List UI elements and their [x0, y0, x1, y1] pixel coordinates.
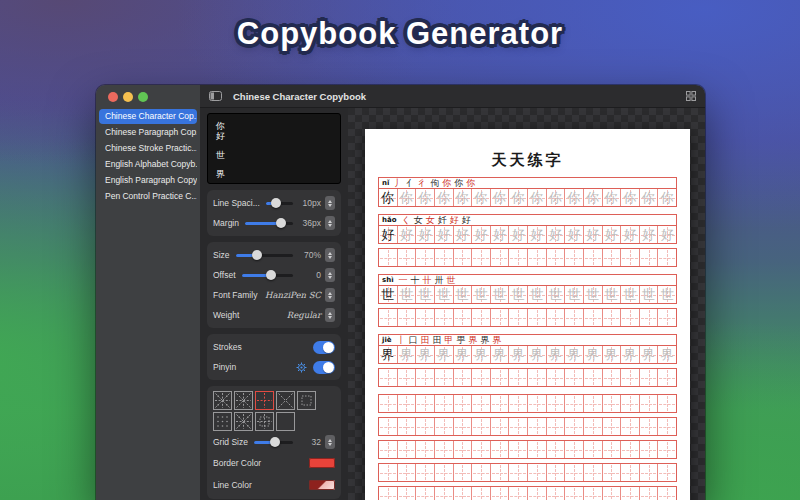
- copybook-preview-area[interactable]: 天天练字 nǐ丿亻彳佝你你你你你你你你你你你你你你你你你你你hǎoく女女奷好好好…: [348, 108, 705, 500]
- grid-type-mi-grid-dotted-icon[interactable]: [234, 412, 253, 431]
- trace-character: 世: [568, 288, 581, 301]
- grid-cell: [398, 309, 417, 326]
- grid-cell: 世: [379, 286, 398, 303]
- grid-cell: [640, 395, 659, 412]
- grid-cell: [379, 464, 398, 481]
- line-spacing-row: Line Spaci... 10px: [213, 193, 335, 213]
- input-text[interactable]: 你 好 世 界: [216, 122, 332, 179]
- grid-cell: [603, 464, 622, 481]
- minimize-button[interactable]: [123, 92, 133, 102]
- grid-type-inner-dotted-grid-icon[interactable]: [297, 391, 316, 410]
- grid-cell: [621, 249, 640, 266]
- grid-type-mi-grid-with-dots-icon[interactable]: [213, 391, 232, 410]
- text-input-box[interactable]: 你 好 世 界: [207, 113, 341, 184]
- pinyin-toggle[interactable]: [313, 361, 335, 374]
- grid-cell: 世: [658, 286, 676, 303]
- margin-stepper[interactable]: [325, 216, 335, 230]
- grid-cell: 你: [416, 189, 435, 206]
- stroke-step: 世: [447, 276, 456, 285]
- sidebar-item-5[interactable]: Pen Control Practice C...: [99, 189, 197, 204]
- font-family-value: HanziPen SC: [265, 290, 321, 300]
- trace-character: 你: [605, 191, 618, 204]
- trace-character: 好: [586, 228, 599, 241]
- sidebar-item-1[interactable]: Chinese Paragraph Cop...: [99, 125, 197, 140]
- sidebar-toggle-icon[interactable]: [209, 91, 222, 101]
- grid-cell: [472, 395, 491, 412]
- pinyin-settings-icon[interactable]: [296, 362, 307, 373]
- sidebar-item-3[interactable]: English Alphabet Copyb...: [99, 157, 197, 172]
- grid-type-blank-grid-icon[interactable]: [276, 412, 295, 431]
- grid-cell: [491, 441, 510, 458]
- grid-cell: [565, 487, 584, 500]
- grid-type-nine-dot-grid-icon[interactable]: [213, 412, 232, 431]
- grid-cell: [621, 464, 640, 481]
- strokes-toggle[interactable]: [313, 341, 335, 354]
- offset-slider[interactable]: [242, 269, 293, 281]
- sidebar-item-2[interactable]: Chinese Stroke Practic...: [99, 141, 197, 156]
- trace-character: 界: [586, 348, 599, 361]
- size-slider[interactable]: [236, 249, 293, 261]
- line-spacing-stepper[interactable]: [325, 196, 335, 210]
- offset-stepper[interactable]: [325, 268, 335, 282]
- grid-cell: 好: [509, 226, 528, 243]
- trace-character: 好: [568, 228, 581, 241]
- grid-cell: [603, 249, 622, 266]
- line-color-swatch[interactable]: [309, 480, 335, 490]
- grid-cell: [658, 249, 676, 266]
- grid-cell: 好: [491, 226, 510, 243]
- grid-cell: 你: [565, 189, 584, 206]
- grid-apps-icon[interactable]: [686, 91, 696, 101]
- grid-type-tian-grid-dotted-icon[interactable]: [255, 412, 274, 431]
- grid-cell: 你: [603, 189, 622, 206]
- trace-character: 世: [456, 288, 469, 301]
- grid-cell: [379, 309, 398, 326]
- border-color-swatch[interactable]: [309, 458, 335, 468]
- pinyin-row: Pinyin: [213, 357, 335, 377]
- grid-cell: [435, 395, 454, 412]
- grid-type-x-grid-icon[interactable]: [276, 391, 295, 410]
- grid-cell: [416, 395, 435, 412]
- size-stepper[interactable]: [325, 248, 335, 262]
- grid-cell: 世: [491, 286, 510, 303]
- line-spacing-slider[interactable]: [266, 197, 293, 209]
- grid-size-stepper[interactable]: [325, 435, 335, 449]
- grid-size-slider[interactable]: [254, 436, 293, 448]
- grid-cell: [398, 464, 417, 481]
- grid-cell: 界: [491, 346, 510, 363]
- trace-character: 世: [623, 288, 636, 301]
- grid-cell: [435, 464, 454, 481]
- grid-type-mi-grid-icon[interactable]: [234, 391, 253, 410]
- weight-dropdown[interactable]: [325, 308, 335, 322]
- grid-cell: [435, 487, 454, 500]
- app-window: Chinese Character Cop...Chinese Paragrap…: [96, 85, 705, 500]
- grid-cell: 你: [398, 189, 417, 206]
- stroke-step: 好: [450, 216, 459, 225]
- trace-character: 好: [493, 228, 506, 241]
- grid-cell: 世: [621, 286, 640, 303]
- offset-row: Offset 0: [213, 265, 335, 285]
- grid-cell: [547, 464, 566, 481]
- stroke-step: 你: [466, 179, 475, 188]
- border-color-label: Border Color: [213, 458, 261, 468]
- grid-type-cross-grid-icon[interactable]: [255, 391, 274, 410]
- zoom-button[interactable]: [138, 92, 148, 102]
- font-family-dropdown[interactable]: [325, 288, 335, 302]
- margin-slider[interactable]: [245, 217, 293, 229]
- window-titlebar: Chinese Character Copybook: [200, 85, 705, 108]
- trace-character: 世: [605, 288, 618, 301]
- grid-cell: [454, 395, 473, 412]
- sidebar-item-0[interactable]: Chinese Character Cop...: [99, 109, 197, 124]
- grid-cell: 世: [416, 286, 435, 303]
- trace-character: 你: [568, 191, 581, 204]
- grid-cell: [528, 418, 547, 435]
- panel-section-spacing: Line Spaci... 10px Margin 36px: [207, 190, 341, 236]
- close-button[interactable]: [108, 92, 118, 102]
- sidebar-item-4[interactable]: English Paragraph Copy...: [99, 173, 197, 188]
- stroke-step: 甲: [445, 336, 454, 345]
- grid-cell: 好: [640, 226, 659, 243]
- pinyin-label: hǎo: [382, 216, 397, 224]
- grid-cell: [398, 418, 417, 435]
- grid-cell: [416, 249, 435, 266]
- grid-cell: [509, 249, 528, 266]
- practice-row: [378, 308, 677, 327]
